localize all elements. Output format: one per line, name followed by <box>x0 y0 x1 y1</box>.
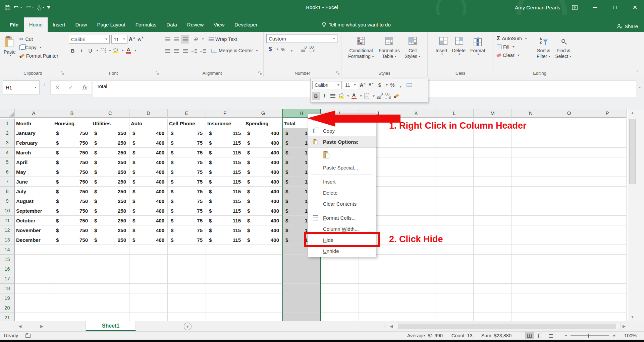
row-header-5[interactable]: 5 <box>0 157 15 167</box>
cell-D5[interactable]: $400 <box>129 157 168 167</box>
cell-E16[interactable] <box>168 264 206 274</box>
cell-C7[interactable]: $250 <box>91 177 129 187</box>
cell-P6[interactable] <box>588 167 627 177</box>
cell-P20[interactable] <box>588 303 627 313</box>
mini-decrease-font-icon[interactable]: A▼ <box>368 81 375 89</box>
cell-N3[interactable] <box>512 138 550 148</box>
confirm-entry-icon[interactable]: ✓ <box>69 84 73 90</box>
cell-O12[interactable] <box>550 225 588 235</box>
cell-L19[interactable] <box>435 293 474 303</box>
cell-N8[interactable] <box>512 187 550 196</box>
cell-K8[interactable] <box>397 187 435 196</box>
tab-file[interactable]: File <box>4 17 24 32</box>
restore-button[interactable] <box>609 2 621 12</box>
cell-K3[interactable] <box>397 138 435 148</box>
cell-N13[interactable] <box>512 235 550 245</box>
find-select-button[interactable]: Find & Select <box>553 33 574 69</box>
minimize-button[interactable] <box>589 2 600 12</box>
tab-formulas[interactable]: Formulas <box>130 17 162 32</box>
row-header-21[interactable]: 21 <box>0 313 15 321</box>
cell-B18[interactable] <box>53 284 91 293</box>
cell-F9[interactable]: $115 <box>206 196 244 206</box>
borders-caret[interactable] <box>109 50 111 51</box>
cell-A17[interactable] <box>15 274 53 284</box>
cell-D7[interactable]: $400 <box>129 177 168 187</box>
cell-M19[interactable] <box>474 293 512 303</box>
row-header-13[interactable]: 13 <box>0 235 15 245</box>
mini-font-color-caret[interactable] <box>360 95 362 97</box>
row-header-9[interactable]: 9 <box>0 196 15 206</box>
cell-N4[interactable] <box>512 148 550 157</box>
cell-P12[interactable] <box>588 225 627 235</box>
cell-P9[interactable] <box>588 196 627 206</box>
mini-increase-font-icon[interactable]: A▲ <box>359 81 367 89</box>
font-size-select[interactable]: 11 <box>111 35 127 44</box>
cell-J21[interactable] <box>359 313 397 321</box>
mini-comma-button[interactable]: , <box>397 81 405 89</box>
cell-F4[interactable]: $115 <box>206 148 244 157</box>
cell-F21[interactable] <box>206 313 244 321</box>
cell-H19[interactable] <box>282 293 321 303</box>
mini-font-size-select[interactable]: 11 <box>343 81 358 89</box>
cell-A11[interactable]: October <box>15 216 53 225</box>
comma-button[interactable]: , <box>288 45 296 54</box>
mini-accounting-caret[interactable] <box>386 84 388 86</box>
share-button[interactable]: Share <box>616 23 638 29</box>
cell-F16[interactable] <box>206 264 244 274</box>
cell-P7[interactable] <box>588 177 627 187</box>
cell-H17[interactable] <box>282 274 321 284</box>
cell-N20[interactable] <box>512 303 550 313</box>
cell-O1[interactable] <box>550 119 588 128</box>
customize-qat-button[interactable] <box>47 6 50 9</box>
menu-item-copy[interactable]: Copy <box>308 125 376 136</box>
cell-G17[interactable] <box>244 274 282 284</box>
redo-button[interactable] <box>25 5 34 10</box>
cell-B2[interactable]: $750 <box>53 128 91 138</box>
expand-formula-bar-icon[interactable]: ⌄ <box>638 84 641 89</box>
page-layout-view-button[interactable] <box>536 332 545 339</box>
cancel-entry-icon[interactable]: ✕ <box>55 84 60 90</box>
mini-font-family-select[interactable]: Calibri <box>312 81 342 89</box>
cell-K4[interactable] <box>397 148 435 157</box>
cell-P4[interactable] <box>588 148 627 157</box>
cell-C19[interactable] <box>91 293 129 303</box>
cell-F6[interactable]: $115 <box>206 167 244 177</box>
cell-F5[interactable]: $115 <box>206 157 244 167</box>
cell-K6[interactable] <box>397 167 435 177</box>
scroll-up-icon[interactable]: ▲ <box>628 111 637 115</box>
align-left-button[interactable] <box>164 46 172 55</box>
cell-B20[interactable] <box>53 303 91 313</box>
cell-K7[interactable] <box>397 177 435 187</box>
cell-E14[interactable] <box>168 245 206 255</box>
cell-K17[interactable] <box>397 274 435 284</box>
cell-D15[interactable] <box>129 255 168 264</box>
cell-P17[interactable] <box>588 274 627 284</box>
cell-N7[interactable] <box>512 177 550 187</box>
cell-E9[interactable]: $75 <box>168 196 206 206</box>
cell-O19[interactable] <box>550 293 588 303</box>
cell-H18[interactable] <box>282 284 321 293</box>
cell-L17[interactable] <box>435 274 474 284</box>
menu-item-unhide[interactable]: Unhide <box>308 246 376 257</box>
cell-M9[interactable] <box>474 196 512 206</box>
menu-item-paste-options[interactable]: Paste Options: <box>308 136 376 147</box>
cell-L15[interactable] <box>435 255 474 264</box>
cell-O20[interactable] <box>550 303 588 313</box>
cell-P8[interactable] <box>588 187 627 196</box>
cell-K21[interactable] <box>397 313 435 321</box>
cell-O9[interactable] <box>550 196 588 206</box>
cell-A10[interactable]: September <box>15 206 53 216</box>
cell-G16[interactable] <box>244 264 282 274</box>
italic-button[interactable]: I <box>77 46 86 55</box>
cell-A21[interactable] <box>15 313 53 321</box>
cell-E20[interactable] <box>168 303 206 313</box>
mini-format-painter-button[interactable] <box>392 92 400 100</box>
cell-P2[interactable] <box>588 128 627 138</box>
cell-M3[interactable] <box>474 138 512 148</box>
cell-I21[interactable] <box>321 313 359 321</box>
cell-A9[interactable]: August <box>15 196 53 206</box>
autosum-button[interactable]: ΣAutoSum <box>495 34 534 43</box>
hscroll-left-icon[interactable]: ◀ <box>390 321 393 331</box>
row-header-4[interactable]: 4 <box>0 148 15 157</box>
ribbon-display-options-button[interactable] <box>569 2 580 12</box>
